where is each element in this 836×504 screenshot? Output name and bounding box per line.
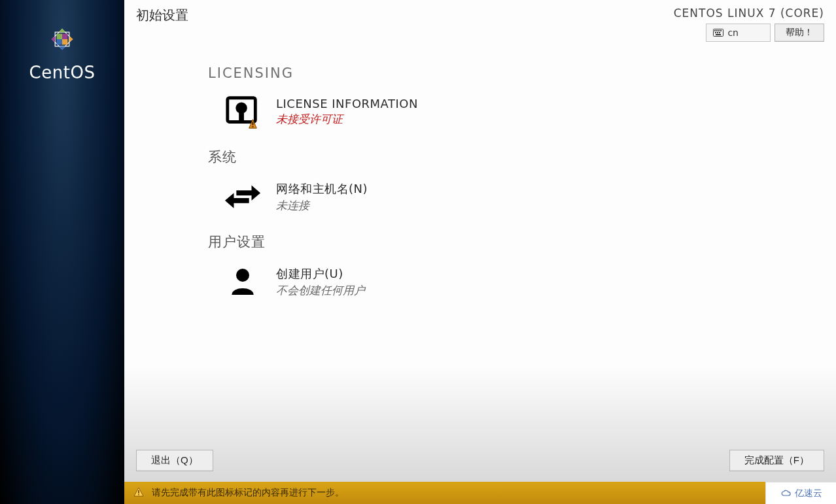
spoke-network-hostname[interactable]: 网络和主机名(N) 未连接 [224,175,810,218]
centos-logo-icon [43,20,82,59]
help-button[interactable]: 帮助！ [775,24,824,42]
finish-configuration-button[interactable]: 完成配置（F） [729,450,824,471]
spoke-license-information[interactable]: LICENSE INFORMATION 未接受许可证 [224,90,810,133]
header-right: CENTOS LINUX 7 (CORE) cn 帮助！ [674,7,824,42]
svg-rect-3 [714,30,716,31]
centos-logo-text: CentOS [29,63,96,82]
footer-buttons: 退出（Q） 完成配置（F） [124,450,836,471]
sidebar: CentOS [0,0,124,504]
spoke-network-title: 网络和主机名(N) [276,181,368,197]
quit-button[interactable]: 退出（Q） [136,450,213,471]
svg-rect-8 [717,32,718,33]
svg-rect-14 [253,122,254,125]
spoke-network-text: 网络和主机名(N) 未连接 [276,181,368,213]
centos-logo: CentOS [29,20,96,82]
svg-rect-17 [138,490,139,494]
spoke-user-text: 创建用户(U) 不会创建任何用户 [276,266,365,298]
header-controls: cn 帮助！ [706,24,824,42]
svg-rect-5 [718,30,720,31]
warning-message: 请先完成带有此图标标记的内容再进行下一步。 [152,487,344,499]
spoke-license-text: LICENSE INFORMATION 未接受许可证 [276,97,418,127]
section-heading-system: 系统 [208,148,810,166]
keyboard-icon [713,29,723,37]
user-icon [224,263,262,301]
svg-rect-10 [716,34,721,35]
app-root: CentOS 初始设置 CENTOS LINUX 7 (CORE) cn [0,0,836,504]
spoke-user-title: 创建用户(U) [276,266,365,282]
svg-rect-13 [239,112,244,121]
svg-rect-7 [715,32,716,33]
watermark: 亿速云 [765,482,836,504]
spoke-create-user[interactable]: 创建用户(U) 不会创建任何用户 [224,260,810,303]
warning-triangle-icon [133,487,144,499]
keyboard-layout-indicator[interactable]: cn [706,24,771,42]
distro-label: CENTOS LINUX 7 (CORE) [674,7,824,20]
content: LICENSING LICENSE INFORMATION 未接受许可证 [124,44,836,504]
section-heading-licensing: LICENSING [208,65,810,81]
keyboard-layout-text: cn [727,27,739,38]
header: 初始设置 CENTOS LINUX 7 (CORE) cn 帮助！ [124,0,836,44]
spoke-user-status: 不会创建任何用户 [276,283,365,298]
svg-rect-6 [720,30,722,31]
svg-rect-18 [138,494,139,496]
watermark-text: 亿速云 [795,488,822,499]
spoke-license-title: LICENSE INFORMATION [276,97,418,110]
svg-rect-15 [253,126,254,127]
page-title: 初始设置 [136,7,188,24]
spoke-network-status: 未连接 [276,198,368,213]
svg-rect-4 [716,30,718,31]
svg-rect-9 [719,32,720,33]
section-heading-user: 用户设置 [208,233,810,251]
network-icon [224,178,262,216]
license-icon [224,93,262,131]
svg-point-16 [236,269,249,282]
spoke-license-status: 未接受许可证 [276,112,418,127]
warning-bar: 请先完成带有此图标标记的内容再进行下一步。 [124,482,836,504]
main-pane: 初始设置 CENTOS LINUX 7 (CORE) cn 帮助！ [124,0,836,504]
cloud-icon [780,489,792,498]
